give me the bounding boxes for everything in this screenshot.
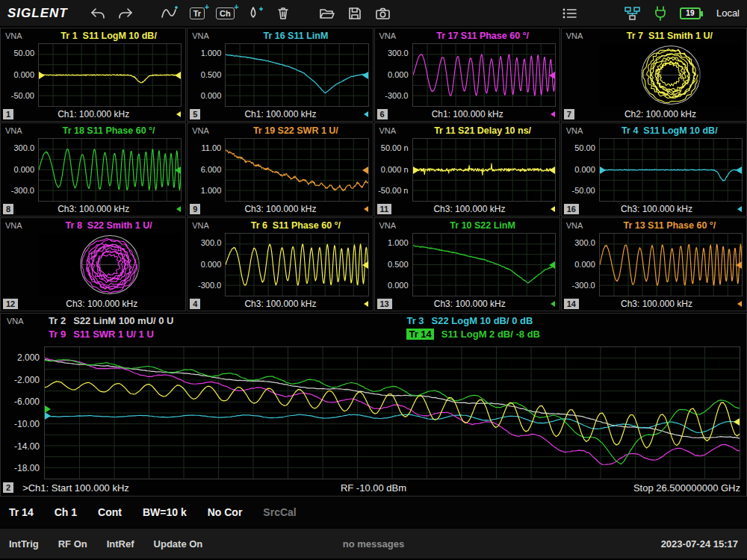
trace-panel[interactable]: VNA Tr 4 S11 LogM 10 dB/ 50.00 0.000 -50… [561, 122, 747, 217]
legend-trace-name: Tr 14 [406, 329, 433, 340]
trace-marker[interactable] [549, 261, 555, 269]
combined-panel[interactable]: VNA Tr 2 S22 LinM 100 mU/ 0 U Tr 3 S22 L… [0, 313, 747, 497]
trace-panel[interactable]: VNA Tr 17 S11 Phase 60 °/ 300.0 0.000 -3… [374, 28, 560, 122]
local-button[interactable]: Local [716, 7, 740, 19]
trace-plot [225, 43, 368, 107]
softkey-correction[interactable]: No Cor [208, 506, 243, 518]
legend-entry[interactable]: Tr 14 S11 LogM 2 dB/ -8 dB [406, 329, 737, 340]
trace-plot [599, 138, 743, 202]
trace-marker[interactable] [734, 418, 740, 426]
window-number-badge: 2 [3, 482, 13, 493]
save-icon[interactable] [347, 5, 363, 22]
delete-icon[interactable] [275, 5, 291, 22]
y-axis-labels: 50.00 n 0.000 n -50.00 n [375, 138, 412, 202]
vna-label: VNA [1, 31, 37, 40]
y-axis-label: 0.000 [13, 165, 34, 174]
y-axis-label: -6.000 [14, 396, 40, 407]
trace-indicator-icon [734, 301, 742, 307]
trace-svg [39, 44, 181, 106]
trace-svg [39, 139, 181, 201]
trace-panel[interactable]: VNA Tr 13 S11 Phase 60 °/ 300.0 0.000 -3… [561, 217, 747, 311]
trace-plot [225, 138, 368, 202]
panel-body: 1.000 0.500 0.000 [187, 43, 372, 107]
y-axis-label: 11.00 [202, 143, 222, 152]
trace-marker[interactable] [413, 167, 419, 174]
panel-footer: 13 Ch3: 100.000 kHz [375, 296, 560, 311]
trace-panel[interactable]: VNA Tr 6 S11 Phase 60 °/ 300.0 0.000 -30… [187, 217, 373, 311]
panel-header: VNA Tr 11 S21 Delay 10 ns/ [375, 123, 560, 138]
add-marker-icon[interactable] [246, 5, 264, 22]
trace-marker[interactable] [45, 412, 51, 420]
y-axis-label: -2.000 [14, 375, 40, 385]
trace-panel[interactable]: VNA Tr 18 S11 Phase 60 °/ 300.0 0.000 -3… [0, 122, 186, 217]
y-axis-label: 1.000 [201, 49, 222, 57]
panel-header: VNA Tr 17 S11 Phase 60 °/ [375, 28, 560, 43]
y-axis-labels: 300.0 0.000 -300.0 [1, 138, 38, 202]
channel-label: Ch3: 100.000 kHz [579, 299, 734, 309]
network-lan-icon[interactable] [624, 5, 641, 22]
trace-panel[interactable]: VNA Tr 19 S22 SWR 1 U/ 11.00 6.000 1.000… [187, 122, 373, 217]
trace-marker[interactable] [362, 72, 368, 79]
trace-marker[interactable] [39, 72, 45, 79]
legend-entry[interactable]: Tr 9 S11 SWR 1 U/ 1 U [49, 329, 406, 340]
trace-svg [413, 139, 555, 201]
legend-trace-desc: S11 SWR 1 U/ 1 U [73, 329, 154, 340]
screenshot-camera-icon[interactable] [374, 5, 391, 22]
toolbar: SIGLENT Tr+ Ch+ [0, 0, 747, 27]
trace-marker[interactable] [175, 72, 181, 79]
legend-entry[interactable]: Tr 3 S22 LogM 10 dB/ 0 dB [406, 315, 737, 326]
trace-plot [412, 233, 556, 296]
siglent-logo: SIGLENT [7, 6, 68, 21]
panel-body: 50.00 0.000 -50.00 [1, 43, 185, 107]
trace-marker[interactable] [549, 167, 555, 174]
trace-plot [412, 43, 556, 107]
trace-marker[interactable] [362, 261, 368, 269]
add-trace-button[interactable]: Tr+ [190, 7, 205, 19]
trace-panel[interactable]: VNA Tr 11 S21 Delay 10 ns/ 50.00 n 0.000… [374, 122, 560, 217]
softkey-trace[interactable]: Tr 14 [9, 506, 34, 518]
trace-marker[interactable] [549, 72, 555, 79]
trace-panel[interactable]: VNA Tr 16 S11 LinM 1.000 0.500 0.000 5 C… [187, 28, 373, 122]
menu-list-icon[interactable] [560, 5, 578, 22]
add-trace-curve-icon[interactable] [161, 5, 179, 22]
add-channel-button[interactable]: Ch+ [216, 7, 235, 19]
redo-icon[interactable] [117, 5, 134, 22]
trace-marker[interactable] [600, 167, 606, 174]
status-ref[interactable]: IntRef [107, 538, 134, 550]
y-axis-label: 50.00 [574, 143, 595, 152]
trace-marker[interactable] [362, 167, 368, 174]
big-plot [44, 346, 740, 479]
vna-label: VNA [187, 221, 223, 230]
status-trigger[interactable]: IntTrig [9, 538, 39, 550]
softkey-cont[interactable]: Cont [98, 506, 122, 518]
trace-marker[interactable] [736, 167, 742, 174]
battery-level: 19 [686, 9, 694, 17]
channel-label: Ch3: 100.000 kHz [200, 299, 360, 309]
status-update[interactable]: Update On [154, 538, 203, 550]
undo-icon[interactable] [90, 5, 106, 22]
trace-marker[interactable] [736, 261, 742, 269]
trace-panel[interactable]: VNA Tr 8 S22 Smith 1 U/ 12 Ch3: 100.000 … [0, 217, 186, 311]
status-rf[interactable]: RF On [58, 538, 87, 550]
trace-panel[interactable]: VNA Tr 1 S11 LogM 10 dB/ 50.00 0.000 -50… [0, 28, 186, 122]
recall-folder-icon[interactable] [318, 5, 335, 22]
softkey-bandwidth[interactable]: BW=10 k [143, 506, 187, 518]
channel-label: Ch3: 100.000 kHz [200, 204, 360, 214]
y-axis-label: 0.000 [388, 281, 409, 290]
y-axis-label: -50.00 [11, 91, 34, 100]
legend-entry[interactable]: Tr 2 S22 LinM 100 mU/ 0 U [49, 315, 406, 326]
trace-title: Tr 6 S11 Phase 60 °/ [223, 220, 372, 231]
vna-label: VNA [562, 221, 598, 230]
channel-label: Ch1: 100.000 kHz [13, 109, 173, 119]
trace-marker[interactable] [175, 167, 181, 174]
vna-label: VNA [187, 31, 223, 40]
trace-panel[interactable]: VNA Tr 7 S11 Smith 1 U/ 7 Ch2: 100.000 k… [561, 28, 747, 122]
softkey-channel[interactable]: Ch 1 [55, 506, 77, 518]
trace-panel[interactable]: VNA Tr 10 S22 LinM 1.000 0.500 0.000 13 … [374, 217, 560, 311]
softkey-srccal[interactable]: SrcCal [263, 506, 296, 518]
trace-title: Tr 19 S22 SWR 1 U/ [223, 125, 372, 136]
vna-label: VNA [7, 317, 24, 326]
panel-footer: 11 Ch3: 100.000 kHz [375, 202, 560, 216]
legend-trace-name: Tr 2 [49, 315, 66, 326]
panel-grid: VNA Tr 1 S11 LogM 10 dB/ 50.00 0.000 -50… [0, 28, 747, 311]
